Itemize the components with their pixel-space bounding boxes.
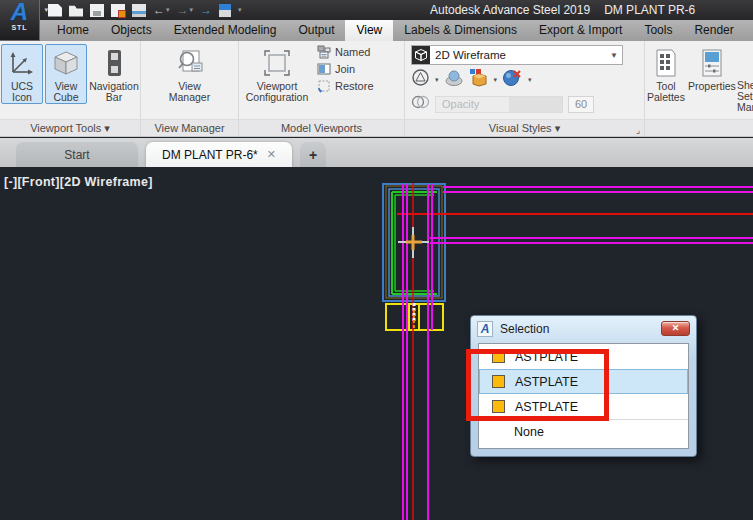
join-viewports-button[interactable]: Join	[317, 62, 374, 76]
view-cube-button[interactable]: View Cube	[45, 44, 87, 104]
app-menu-button[interactable]: A STL ▾	[0, 0, 40, 41]
workspace-button[interactable]	[219, 1, 231, 19]
panel-label-view-manager[interactable]: View Manager	[141, 119, 238, 136]
ribbon-tab-tools[interactable]: Tools	[633, 20, 683, 41]
sign-in-button[interactable]: →	[200, 1, 212, 19]
visual-style-dropdown-arrow[interactable]: ▼	[606, 51, 622, 60]
workspace-icon	[219, 4, 231, 17]
app-menu-dropdown-icon: ▾	[44, 6, 48, 14]
ribbon-tab-view[interactable]: View	[345, 20, 393, 41]
sheet-set-manager-button[interactable]: Sheet Set Manager	[737, 44, 753, 113]
drawing-canvas[interactable]: [-][Front][2D Wireframe] A Selection ✕ A…	[0, 167, 753, 520]
properties-label: Properties	[688, 81, 736, 92]
color-cube-icon	[469, 68, 489, 87]
transparency-toggle-button[interactable]	[411, 94, 430, 114]
ribbon: UCS Icon View Cube Navigation Bar Viewpo…	[0, 41, 753, 137]
navigation-bar-button[interactable]: Navigation Bar	[89, 44, 139, 104]
undo-icon: ←	[153, 4, 165, 16]
restore-viewports-button[interactable]: Restore	[317, 79, 374, 93]
tool-palettes-icon	[653, 47, 679, 79]
xray-mode-button[interactable]	[502, 68, 523, 91]
viewport-configuration-button[interactable]: Viewport Configuration	[240, 44, 314, 104]
redo-button[interactable]: →▾	[177, 1, 194, 19]
visual-style-dropdown[interactable]: 2D Wireframe ▼	[411, 45, 623, 65]
view-manager-button[interactable]: View Manager	[161, 44, 219, 104]
view-cube-label: View Cube	[46, 81, 86, 103]
new-file-button[interactable]	[48, 1, 62, 19]
advance-steel-logo: A	[0, 0, 39, 24]
tab-close-icon[interactable]: ✕	[267, 148, 276, 161]
visual-styles-manager-button[interactable]	[411, 68, 430, 91]
viewport-configuration-icon	[262, 47, 292, 79]
visual-style-icon	[412, 46, 430, 64]
panel-palettes: Tool Palettes Properties Sheet Set Manag…	[644, 41, 753, 136]
save-button[interactable]	[90, 1, 104, 19]
view-cube-icon	[52, 47, 80, 79]
opacity-slider[interactable]: Opacity	[435, 96, 563, 113]
tab-dm-plant[interactable]: DM PLANT PR-6* ✕	[146, 142, 292, 167]
shaded-sphere-icon	[444, 69, 464, 87]
panel-label-palettes	[645, 119, 753, 136]
named-viewports-button[interactable]: Named	[317, 45, 374, 59]
selection-item-none[interactable]: None	[479, 419, 688, 443]
selection-dialog-titlebar[interactable]: A Selection ✕	[471, 316, 696, 341]
named-label: Named	[335, 46, 370, 58]
color-mode-button[interactable]	[469, 68, 489, 91]
join-icon	[317, 62, 331, 76]
sign-in-icon: →	[200, 4, 212, 16]
ribbon-tab-labels-dimensions[interactable]: Labels & Dimensions	[393, 20, 528, 41]
undo-dropdown[interactable]: ▾	[166, 6, 170, 14]
selection-dialog-title: Selection	[500, 322, 661, 336]
customize-qat-button[interactable]: ▾	[238, 1, 242, 19]
ribbon-tab-render[interactable]: Render	[683, 20, 744, 41]
restore-label: Restore	[335, 80, 374, 92]
navigation-bar-label: Navigation Bar	[89, 81, 139, 103]
save-as-icon	[111, 4, 125, 17]
dialog-close-button[interactable]: ✕	[661, 321, 690, 336]
title-bar: ←▾ →▾ → ▾ Autodesk Advance Steel 2019DM …	[0, 0, 753, 20]
visual-styles-dropdown-arrow[interactable]: ▾	[435, 76, 439, 84]
panel-label-viewport-tools[interactable]: Viewport Tools ▾	[0, 119, 140, 136]
ucs-icon-button[interactable]: UCS Icon	[1, 44, 43, 104]
color-mode-dropdown-arrow[interactable]: ▾	[494, 76, 498, 84]
plot-button[interactable]	[132, 1, 146, 19]
logo-caption: STL	[0, 24, 39, 31]
tab-start[interactable]: Start	[16, 142, 138, 167]
quick-access-toolbar: ←▾ →▾ → ▾	[48, 0, 242, 20]
visual-styles-dialog-launcher-icon[interactable]: ⌟	[636, 125, 640, 135]
join-label: Join	[335, 63, 355, 75]
window-title: Autodesk Advance Steel 2019DM PLANT PR-6	[430, 3, 753, 17]
ribbon-tab-collaborate[interactable]: Collaborate	[745, 20, 753, 41]
ribbon-tab-home[interactable]: Home	[46, 20, 100, 41]
opacity-value[interactable]: 60	[568, 96, 594, 113]
panel-viewport-tools: UCS Icon View Cube Navigation Bar Viewpo…	[0, 41, 140, 136]
panel-label-visual-styles[interactable]: Visual Styles ▾	[405, 119, 644, 136]
sphere-delete-icon	[502, 68, 523, 87]
restore-icon	[317, 79, 331, 93]
ribbon-tab-extended-modeling[interactable]: Extended Modeling	[163, 20, 288, 41]
xray-dropdown-arrow[interactable]: ▾	[528, 76, 532, 84]
ribbon-tab-output[interactable]: Output	[287, 20, 345, 41]
open-button[interactable]	[69, 1, 83, 19]
document-title: DM PLANT PR-6	[604, 3, 695, 17]
save-icon	[90, 4, 104, 17]
ribbon-tab-objects[interactable]: Objects	[100, 20, 163, 41]
redo-dropdown[interactable]: ▾	[190, 6, 194, 14]
viewport-controls-label[interactable]: [-][Front][2D Wireframe]	[4, 175, 153, 189]
application-window: ←▾ →▾ → ▾ Autodesk Advance Steel 2019DM …	[0, 0, 753, 520]
new-tab-button[interactable]: +	[300, 142, 326, 167]
tool-palettes-button[interactable]: Tool Palettes	[646, 44, 686, 104]
none-label: None	[514, 425, 544, 439]
panel-visual-styles: 2D Wireframe ▼ ▾ ▾	[404, 41, 644, 136]
save-as-button[interactable]	[111, 1, 125, 19]
printer-icon	[132, 4, 146, 17]
properties-button[interactable]: Properties	[688, 44, 736, 93]
view-manager-button-label: View Manager	[162, 81, 218, 103]
undo-button[interactable]: ←▾	[153, 1, 170, 19]
redo-icon: →	[177, 4, 189, 16]
customize-dropdown-icon: ▾	[238, 6, 242, 14]
tool-palettes-label: Tool Palettes	[647, 81, 685, 103]
panel-model-viewports: Viewport Configuration Named Join Restor…	[238, 41, 404, 136]
shaded-mode-button[interactable]	[444, 69, 464, 91]
ribbon-tab-export-import[interactable]: Export & Import	[528, 20, 633, 41]
